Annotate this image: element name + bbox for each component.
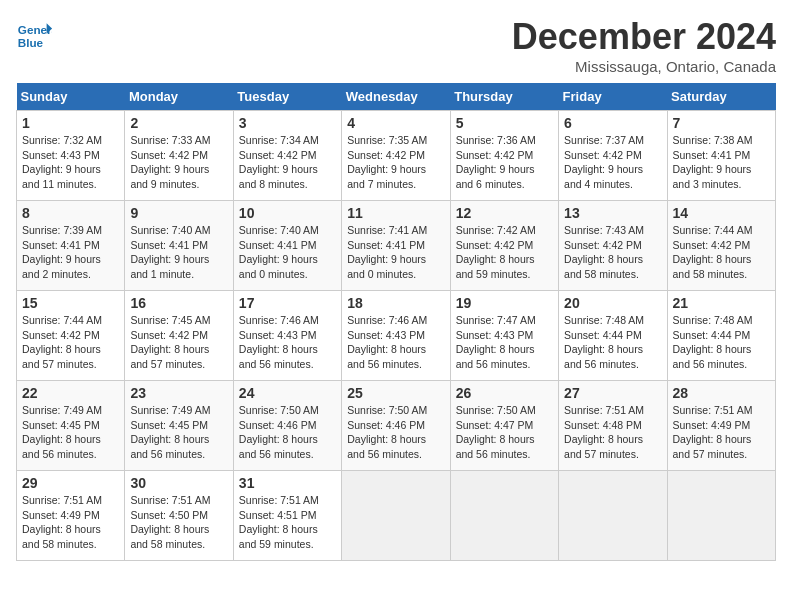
month-title: December 2024 xyxy=(512,16,776,58)
day-number: 25 xyxy=(347,385,444,401)
calendar-cell: 21 Sunrise: 7:48 AM Sunset: 4:44 PM Dayl… xyxy=(667,291,775,381)
weekday-header-row: SundayMondayTuesdayWednesdayThursdayFrid… xyxy=(17,83,776,111)
day-info: Sunrise: 7:36 AM Sunset: 4:42 PM Dayligh… xyxy=(456,133,553,192)
day-number: 29 xyxy=(22,475,119,491)
day-number: 3 xyxy=(239,115,336,131)
calendar-cell: 12 Sunrise: 7:42 AM Sunset: 4:42 PM Dayl… xyxy=(450,201,558,291)
calendar-cell: 8 Sunrise: 7:39 AM Sunset: 4:41 PM Dayli… xyxy=(17,201,125,291)
day-number: 24 xyxy=(239,385,336,401)
calendar-cell: 6 Sunrise: 7:37 AM Sunset: 4:42 PM Dayli… xyxy=(559,111,667,201)
day-number: 10 xyxy=(239,205,336,221)
day-info: Sunrise: 7:46 AM Sunset: 4:43 PM Dayligh… xyxy=(239,313,336,372)
calendar-cell: 1 Sunrise: 7:32 AM Sunset: 4:43 PM Dayli… xyxy=(17,111,125,201)
day-number: 5 xyxy=(456,115,553,131)
day-number: 22 xyxy=(22,385,119,401)
day-number: 7 xyxy=(673,115,770,131)
calendar-cell: 26 Sunrise: 7:50 AM Sunset: 4:47 PM Dayl… xyxy=(450,381,558,471)
weekday-header-sunday: Sunday xyxy=(17,83,125,111)
day-info: Sunrise: 7:44 AM Sunset: 4:42 PM Dayligh… xyxy=(673,223,770,282)
calendar-cell: 31 Sunrise: 7:51 AM Sunset: 4:51 PM Dayl… xyxy=(233,471,341,561)
calendar-cell xyxy=(559,471,667,561)
day-info: Sunrise: 7:48 AM Sunset: 4:44 PM Dayligh… xyxy=(564,313,661,372)
page-header: General Blue December 2024 Mississauga, … xyxy=(16,16,776,75)
day-info: Sunrise: 7:48 AM Sunset: 4:44 PM Dayligh… xyxy=(673,313,770,372)
week-row-4: 22 Sunrise: 7:49 AM Sunset: 4:45 PM Dayl… xyxy=(17,381,776,471)
calendar-cell xyxy=(667,471,775,561)
day-number: 27 xyxy=(564,385,661,401)
calendar-cell: 17 Sunrise: 7:46 AM Sunset: 4:43 PM Dayl… xyxy=(233,291,341,381)
day-info: Sunrise: 7:40 AM Sunset: 4:41 PM Dayligh… xyxy=(130,223,227,282)
calendar-cell: 5 Sunrise: 7:36 AM Sunset: 4:42 PM Dayli… xyxy=(450,111,558,201)
day-number: 15 xyxy=(22,295,119,311)
calendar-cell: 30 Sunrise: 7:51 AM Sunset: 4:50 PM Dayl… xyxy=(125,471,233,561)
calendar-cell: 27 Sunrise: 7:51 AM Sunset: 4:48 PM Dayl… xyxy=(559,381,667,471)
logo-icon: General Blue xyxy=(16,16,52,52)
calendar-cell: 7 Sunrise: 7:38 AM Sunset: 4:41 PM Dayli… xyxy=(667,111,775,201)
day-info: Sunrise: 7:39 AM Sunset: 4:41 PM Dayligh… xyxy=(22,223,119,282)
day-info: Sunrise: 7:51 AM Sunset: 4:49 PM Dayligh… xyxy=(22,493,119,552)
day-info: Sunrise: 7:43 AM Sunset: 4:42 PM Dayligh… xyxy=(564,223,661,282)
day-number: 30 xyxy=(130,475,227,491)
calendar-cell: 9 Sunrise: 7:40 AM Sunset: 4:41 PM Dayli… xyxy=(125,201,233,291)
day-number: 2 xyxy=(130,115,227,131)
day-number: 14 xyxy=(673,205,770,221)
calendar-cell: 2 Sunrise: 7:33 AM Sunset: 4:42 PM Dayli… xyxy=(125,111,233,201)
day-number: 11 xyxy=(347,205,444,221)
day-info: Sunrise: 7:33 AM Sunset: 4:42 PM Dayligh… xyxy=(130,133,227,192)
calendar-cell xyxy=(450,471,558,561)
location: Mississauga, Ontario, Canada xyxy=(512,58,776,75)
weekday-header-saturday: Saturday xyxy=(667,83,775,111)
calendar-cell: 14 Sunrise: 7:44 AM Sunset: 4:42 PM Dayl… xyxy=(667,201,775,291)
calendar-cell: 29 Sunrise: 7:51 AM Sunset: 4:49 PM Dayl… xyxy=(17,471,125,561)
calendar-cell: 22 Sunrise: 7:49 AM Sunset: 4:45 PM Dayl… xyxy=(17,381,125,471)
weekday-header-monday: Monday xyxy=(125,83,233,111)
day-info: Sunrise: 7:50 AM Sunset: 4:46 PM Dayligh… xyxy=(239,403,336,462)
calendar-cell xyxy=(342,471,450,561)
day-info: Sunrise: 7:44 AM Sunset: 4:42 PM Dayligh… xyxy=(22,313,119,372)
calendar-cell: 4 Sunrise: 7:35 AM Sunset: 4:42 PM Dayli… xyxy=(342,111,450,201)
day-info: Sunrise: 7:51 AM Sunset: 4:50 PM Dayligh… xyxy=(130,493,227,552)
day-info: Sunrise: 7:47 AM Sunset: 4:43 PM Dayligh… xyxy=(456,313,553,372)
calendar-cell: 20 Sunrise: 7:48 AM Sunset: 4:44 PM Dayl… xyxy=(559,291,667,381)
calendar-cell: 16 Sunrise: 7:45 AM Sunset: 4:42 PM Dayl… xyxy=(125,291,233,381)
day-info: Sunrise: 7:42 AM Sunset: 4:42 PM Dayligh… xyxy=(456,223,553,282)
day-number: 13 xyxy=(564,205,661,221)
calendar-cell: 11 Sunrise: 7:41 AM Sunset: 4:41 PM Dayl… xyxy=(342,201,450,291)
calendar-cell: 25 Sunrise: 7:50 AM Sunset: 4:46 PM Dayl… xyxy=(342,381,450,471)
title-area: December 2024 Mississauga, Ontario, Cana… xyxy=(512,16,776,75)
day-info: Sunrise: 7:50 AM Sunset: 4:46 PM Dayligh… xyxy=(347,403,444,462)
day-info: Sunrise: 7:45 AM Sunset: 4:42 PM Dayligh… xyxy=(130,313,227,372)
day-info: Sunrise: 7:37 AM Sunset: 4:42 PM Dayligh… xyxy=(564,133,661,192)
day-number: 1 xyxy=(22,115,119,131)
week-row-5: 29 Sunrise: 7:51 AM Sunset: 4:49 PM Dayl… xyxy=(17,471,776,561)
calendar-cell: 23 Sunrise: 7:49 AM Sunset: 4:45 PM Dayl… xyxy=(125,381,233,471)
day-number: 26 xyxy=(456,385,553,401)
day-info: Sunrise: 7:51 AM Sunset: 4:49 PM Dayligh… xyxy=(673,403,770,462)
day-number: 19 xyxy=(456,295,553,311)
calendar-cell: 10 Sunrise: 7:40 AM Sunset: 4:41 PM Dayl… xyxy=(233,201,341,291)
day-number: 23 xyxy=(130,385,227,401)
calendar-cell: 19 Sunrise: 7:47 AM Sunset: 4:43 PM Dayl… xyxy=(450,291,558,381)
day-number: 12 xyxy=(456,205,553,221)
weekday-header-friday: Friday xyxy=(559,83,667,111)
week-row-2: 8 Sunrise: 7:39 AM Sunset: 4:41 PM Dayli… xyxy=(17,201,776,291)
calendar-cell: 3 Sunrise: 7:34 AM Sunset: 4:42 PM Dayli… xyxy=(233,111,341,201)
day-info: Sunrise: 7:50 AM Sunset: 4:47 PM Dayligh… xyxy=(456,403,553,462)
logo: General Blue xyxy=(16,16,52,52)
day-info: Sunrise: 7:40 AM Sunset: 4:41 PM Dayligh… xyxy=(239,223,336,282)
calendar-cell: 18 Sunrise: 7:46 AM Sunset: 4:43 PM Dayl… xyxy=(342,291,450,381)
day-number: 8 xyxy=(22,205,119,221)
day-info: Sunrise: 7:38 AM Sunset: 4:41 PM Dayligh… xyxy=(673,133,770,192)
day-number: 4 xyxy=(347,115,444,131)
day-number: 6 xyxy=(564,115,661,131)
day-number: 21 xyxy=(673,295,770,311)
calendar-cell: 15 Sunrise: 7:44 AM Sunset: 4:42 PM Dayl… xyxy=(17,291,125,381)
day-info: Sunrise: 7:51 AM Sunset: 4:48 PM Dayligh… xyxy=(564,403,661,462)
day-info: Sunrise: 7:34 AM Sunset: 4:42 PM Dayligh… xyxy=(239,133,336,192)
day-info: Sunrise: 7:41 AM Sunset: 4:41 PM Dayligh… xyxy=(347,223,444,282)
day-info: Sunrise: 7:35 AM Sunset: 4:42 PM Dayligh… xyxy=(347,133,444,192)
day-info: Sunrise: 7:46 AM Sunset: 4:43 PM Dayligh… xyxy=(347,313,444,372)
svg-text:Blue: Blue xyxy=(18,36,44,49)
day-number: 28 xyxy=(673,385,770,401)
day-number: 20 xyxy=(564,295,661,311)
